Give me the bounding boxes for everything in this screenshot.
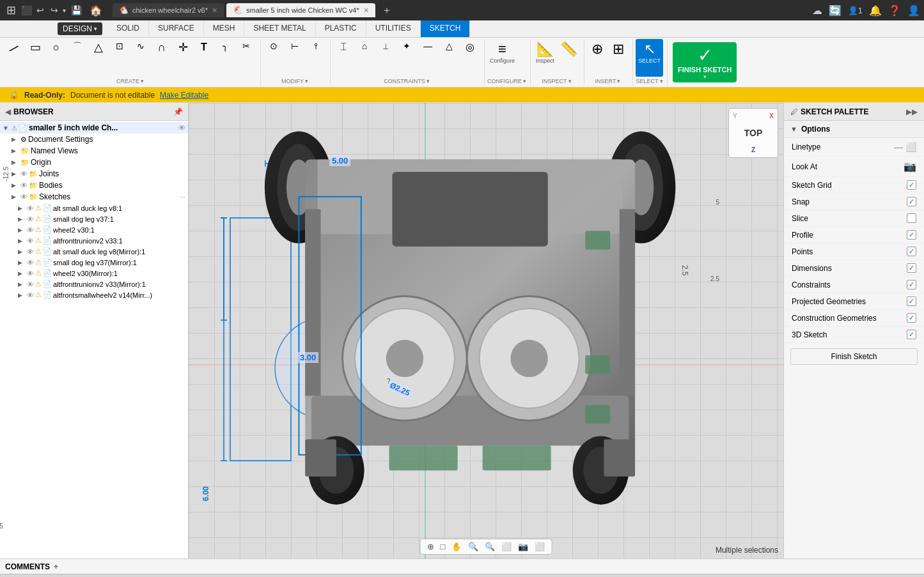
- bodies-vis[interactable]: 👁: [20, 181, 27, 189]
- menu-tab-mesh[interactable]: MESH: [204, 20, 245, 37]
- vp-tool-6[interactable]: ⬜: [499, 541, 514, 553]
- configure-label[interactable]: CONFIGURE ▾: [487, 78, 526, 84]
- browser-item-small-dog[interactable]: ▶ 👁 ⚠ 📄 small dog leg v37:1: [0, 213, 188, 224]
- spline-tool[interactable]: ∿: [130, 39, 151, 77]
- points-checkbox[interactable]: ✓: [907, 247, 916, 256]
- bodies-arrow[interactable]: ▶: [12, 182, 19, 188]
- linetype-dashed-icon[interactable]: ⬜: [905, 142, 916, 152]
- palette-options-header[interactable]: ▼ Options: [784, 121, 924, 138]
- mirror-tool[interactable]: ⫯: [306, 39, 326, 77]
- browser-item-named-views[interactable]: ▶ 📁 Named Views: [0, 145, 188, 157]
- constraints-label[interactable]: CONSTRAINTS ▾: [333, 78, 480, 84]
- vp-tool-2[interactable]: □: [438, 541, 448, 553]
- browser-pin-icon[interactable]: 📌: [173, 107, 183, 116]
- snap-checkbox[interactable]: ✓: [907, 197, 916, 206]
- constraint-7[interactable]: ◎: [460, 39, 480, 77]
- constraints-checkbox[interactable]: ✓: [907, 280, 916, 289]
- constraint-2[interactable]: ⌂: [354, 39, 375, 77]
- design-dropdown[interactable]: DESIGN ▾: [58, 22, 102, 35]
- vp-tool-4[interactable]: 🔍: [466, 541, 481, 553]
- offset-tool[interactable]: ⊙: [263, 39, 284, 77]
- new-tab-btn[interactable]: ＋: [378, 4, 396, 17]
- tab-2-close[interactable]: ✕: [363, 6, 369, 15]
- vp-tool-5[interactable]: 🔍: [482, 541, 497, 553]
- const-geo-checkbox[interactable]: ✓: [907, 313, 916, 323]
- project-tool[interactable]: ⊢: [285, 39, 305, 77]
- browser-collapse-icon[interactable]: ◀: [5, 107, 11, 116]
- axis-cube[interactable]: X Z Y TOP: [728, 108, 778, 158]
- browser-item-alt-small-duck[interactable]: ▶ 👁 ⚠ 📄 alt small duck leg v8:1: [0, 203, 188, 213]
- undo-btn[interactable]: ↩: [35, 4, 46, 17]
- sketches-vis[interactable]: 👁: [20, 193, 27, 201]
- vp-tool-7[interactable]: 📷: [515, 541, 531, 553]
- browser-item-sketches[interactable]: ▶ 👁 📁 Sketches ···: [0, 191, 188, 203]
- constraint-4[interactable]: ✦: [396, 39, 417, 77]
- browser-item-joints[interactable]: ▶ 👁 📁 Joints: [0, 168, 188, 180]
- save-btn[interactable]: 💾: [68, 4, 84, 17]
- select-btn[interactable]: ↖ SELECT: [636, 39, 663, 77]
- circle-tool[interactable]: ○: [46, 39, 67, 77]
- vp-tool-1[interactable]: ⊕: [425, 541, 437, 553]
- user-avatar[interactable]: 👤: [907, 4, 920, 17]
- rect-tool[interactable]: ▭: [25, 39, 45, 77]
- joints-vis[interactable]: 👁: [20, 170, 27, 178]
- root-vis-icon[interactable]: 👁: [178, 124, 185, 132]
- menu-tab-surface[interactable]: SURFACE: [149, 20, 204, 37]
- point-tool[interactable]: ✛: [173, 39, 193, 77]
- inspect-btn2[interactable]: 📏: [558, 39, 580, 77]
- insert-label[interactable]: INSERT ▾: [587, 78, 629, 84]
- browser-item-alt-mirror[interactable]: ▶ 👁 ⚠ 📄 alt small duck leg v8(Mirror):1: [0, 246, 188, 257]
- tab-1-close[interactable]: ✕: [212, 6, 217, 15]
- constraint-5[interactable]: —: [418, 39, 438, 77]
- joints-arrow[interactable]: ▶: [12, 171, 19, 177]
- help-icon[interactable]: ❓: [888, 4, 901, 17]
- proj-geo-checkbox[interactable]: ✓: [907, 296, 916, 306]
- browser-item-altsmall-mirror[interactable]: ▶ 👁 ⚠ 📄 altfrontsmallwheelv2 v14(Mirr...…: [0, 289, 188, 300]
- sketch-grid-checkbox[interactable]: ✓: [907, 180, 916, 190]
- dimensions-checkbox[interactable]: ✓: [907, 263, 916, 273]
- select-label[interactable]: SELECT ▾: [636, 78, 663, 84]
- notification-icon[interactable]: 🔔: [869, 4, 882, 17]
- conic-tool[interactable]: ∩: [152, 39, 172, 77]
- app-menu-icon[interactable]: ⊞: [4, 3, 19, 17]
- menu-tab-sketch[interactable]: SKETCH: [421, 20, 471, 37]
- finish-sketch-btn-ribbon[interactable]: ✓ FINISH SKETCH ▾: [673, 42, 737, 82]
- browser-item-bodies[interactable]: ▶ 👁 📁 Bodies: [0, 180, 188, 191]
- browser-item-small-dog-mirror[interactable]: ▶ 👁 ⚠ 📄 small dog leg v37(Mirror):1: [0, 257, 188, 268]
- create-label[interactable]: CREATE ▾: [4, 78, 256, 84]
- fillet-tool[interactable]: ╮: [215, 39, 235, 77]
- triangle-tool[interactable]: △: [88, 39, 109, 77]
- viewport[interactable]: 5.00 2.5 3.00 Ø2.25 6.00 5 2.5 ? X Z Y T…: [189, 103, 783, 558]
- browser-item-altfront-mirror[interactable]: ▶ 👁 ⚠ 📄 altfronttrunionv2 v33(Mirror):1: [0, 279, 188, 289]
- redo-btn[interactable]: ↪: [49, 4, 60, 17]
- named-views-arrow[interactable]: ▶: [12, 148, 19, 154]
- slot-tool[interactable]: ⊡: [109, 39, 130, 77]
- doc-settings-arrow[interactable]: ▶: [12, 136, 19, 142]
- tab-1[interactable]: 🐔 chicken wheelchair2 v6* ✕: [113, 3, 224, 17]
- palette-collapse-btn[interactable]: ▶▶: [906, 107, 918, 116]
- trim-tool[interactable]: ✂: [236, 39, 256, 77]
- menu-tab-sheet-metal[interactable]: SHEET METAL: [244, 20, 315, 37]
- modify-label[interactable]: MODIFY ▾: [263, 78, 326, 84]
- configure-btn[interactable]: ≡ Configure: [487, 39, 517, 77]
- vp-tool-3[interactable]: ✋: [449, 541, 464, 553]
- arc-tool[interactable]: ⌒: [67, 39, 88, 77]
- browser-root-item[interactable]: ▼ ⚠ 📄 smaller 5 inch wide Ch... 👁: [0, 122, 188, 134]
- sketches-arrow[interactable]: ▶: [12, 194, 19, 200]
- comments-add-icon[interactable]: +: [54, 562, 58, 571]
- linetype-solid-icon[interactable]: —: [894, 142, 903, 152]
- browser-item-wheel2[interactable]: ▶ 👁 ⚠ 📄 wheel2 v30:1: [0, 224, 188, 235]
- inspect-label[interactable]: INSPECT ▾: [533, 78, 580, 84]
- browser-item-origin[interactable]: ▶ 📁 Origin: [0, 157, 188, 168]
- item-vis[interactable]: 👁: [27, 204, 34, 212]
- constraint-3[interactable]: ⟂: [375, 39, 396, 77]
- browser-item-altfront[interactable]: ▶ 👁 ⚠ 📄 altfronttrunionv2 v33:1: [0, 235, 188, 246]
- constraint-1[interactable]: ⌶: [333, 39, 354, 77]
- text-tool[interactable]: T: [194, 39, 214, 77]
- inspect-btn[interactable]: 📐 Inspect: [533, 39, 557, 77]
- tab-2[interactable]: 🐔 smaller 5 inch wide Chicken WC v4* ✕: [226, 3, 375, 17]
- browser-item-doc-settings[interactable]: ▶ ⚙ Document Settings: [0, 134, 188, 145]
- 3d-sketch-checkbox[interactable]: ✓: [907, 330, 916, 339]
- insert-btn2[interactable]: ⊞: [608, 39, 629, 77]
- look-at-icon[interactable]: 📷: [904, 160, 916, 173]
